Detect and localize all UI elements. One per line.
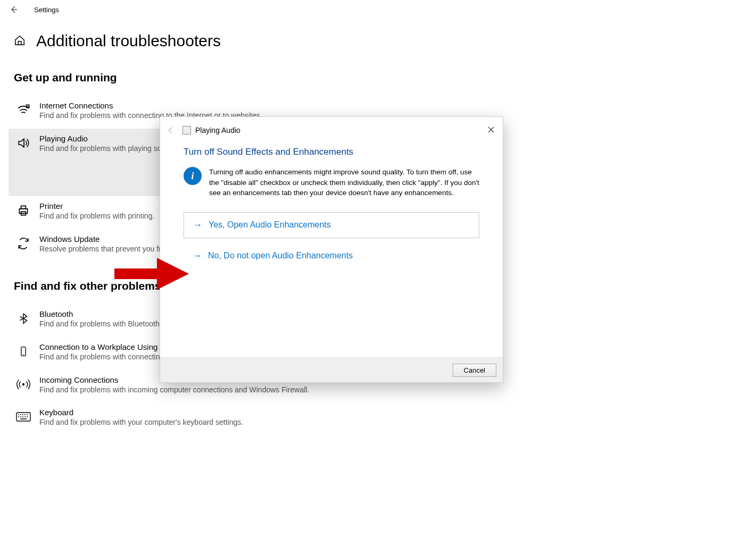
option-label: No, Do not open Audio Enhancements	[208, 251, 353, 261]
phone-icon	[16, 344, 31, 359]
item-desc: Find and fix problems with incoming comp…	[39, 385, 309, 396]
troubleshooter-keyboard[interactable]: Keyboard Find and fix problems with your…	[14, 402, 322, 435]
page-header: Additional troubleshooters	[14, 32, 742, 50]
arrow-left-icon	[10, 5, 18, 14]
svg-point-5	[23, 354, 24, 355]
item-desc: Find and fix problems with printing.	[39, 211, 154, 222]
item-desc: Find and fix problems with your computer…	[39, 417, 243, 428]
option-no-do-not-open[interactable]: → No, Do not open Audio Enhancements	[184, 243, 479, 268]
dialog-back-button[interactable]	[165, 125, 176, 136]
option-yes-open-enhancements[interactable]: → Yes, Open Audio Enhancements	[184, 212, 479, 238]
titlebar-label: Settings	[34, 6, 59, 14]
troubleshooter-dialog: Playing Audio Turn off Sound Effects and…	[160, 116, 503, 383]
bluetooth-icon	[16, 311, 31, 326]
arrow-right-icon: →	[193, 220, 202, 231]
svg-rect-2	[21, 206, 26, 209]
item-title: Internet Connections	[39, 101, 262, 110]
item-title: Keyboard	[39, 408, 243, 417]
close-icon	[488, 127, 494, 133]
option-label: Yes, Open Audio Enhancements	[209, 220, 331, 230]
dialog-heading: Turn off Sound Effects and Enhancements	[184, 147, 479, 157]
back-button[interactable]	[4, 0, 23, 19]
dialog-footer: Cancel	[160, 357, 503, 382]
item-title: Playing Audio	[39, 134, 176, 143]
home-icon[interactable]	[14, 35, 26, 48]
dialog-info-row: i Turning off audio enhancements might i…	[184, 167, 479, 198]
dialog-body: Turn off Sound Effects and Enhancements …	[160, 144, 503, 357]
dialog-app-icon	[182, 126, 191, 135]
item-title: Printer	[39, 201, 154, 211]
svg-rect-1	[19, 209, 27, 214]
page-title: Additional troubleshooters	[36, 32, 221, 50]
info-icon: i	[184, 167, 202, 185]
speaker-icon	[16, 136, 31, 150]
dialog-close-button[interactable]	[484, 122, 499, 137]
arrow-right-icon: →	[192, 250, 202, 262]
cancel-button[interactable]: Cancel	[453, 364, 496, 377]
dialog-header: Playing Audio	[160, 117, 503, 144]
svg-point-6	[22, 383, 24, 385]
section-get-up-running: Get up and running	[14, 71, 742, 84]
dialog-title: Playing Audio	[195, 126, 240, 135]
titlebar: Settings	[0, 0, 756, 19]
item-desc: Find and fix problems with playing sound…	[39, 144, 176, 154]
keyboard-icon	[16, 409, 31, 424]
dialog-info-text: Turning off audio enhancements might imp…	[209, 167, 479, 198]
sync-icon	[16, 236, 31, 251]
broadcast-icon	[16, 377, 31, 392]
wifi-icon	[16, 103, 31, 117]
printer-icon	[16, 203, 31, 218]
